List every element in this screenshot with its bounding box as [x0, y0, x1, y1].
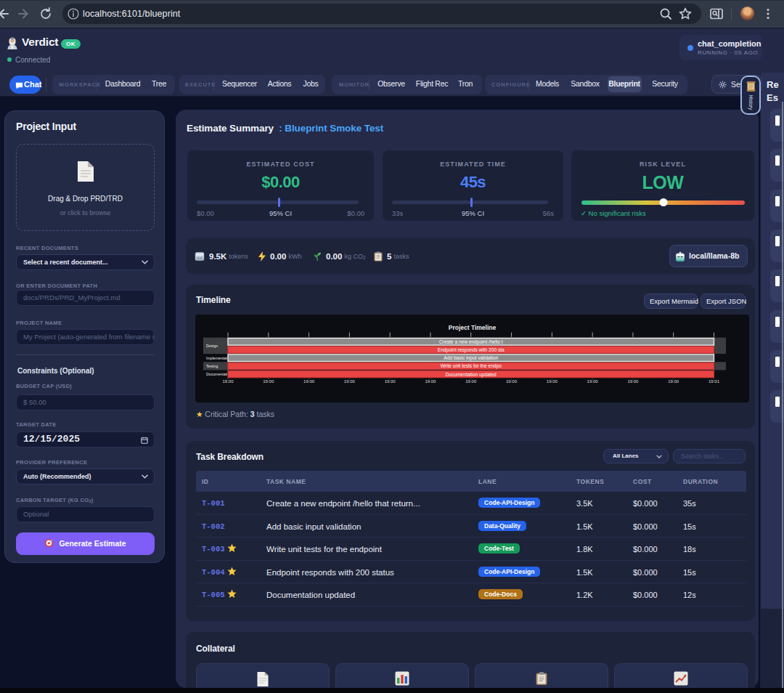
svg-text:19:00: 19:00 [627, 379, 639, 384]
svg-text:Documentation updated: Documentation updated [446, 372, 497, 378]
svg-text:Design: Design [206, 344, 218, 348]
svg-text:Create a new endpoint /hello t: Create a new endpoint /hello t [439, 339, 503, 345]
svg-text:Write unit tests for the endpo: Write unit tests for the endpo [441, 363, 502, 369]
svg-text:19:00: 19:00 [263, 379, 274, 384]
svg-text:19:00: 19:00 [465, 379, 477, 384]
svg-text:19:00: 19:00 [385, 379, 396, 384]
svg-text:19:00: 19:00 [547, 379, 558, 384]
svg-text:Endpoint responds with 200 sta: Endpoint responds with 200 sta [438, 347, 505, 353]
svg-text:19:01: 19:01 [709, 379, 720, 384]
svg-text:19:00: 19:00 [303, 379, 315, 384]
svg-text:Project Timeline: Project Timeline [449, 324, 497, 331]
svg-text:19:00: 19:00 [587, 379, 599, 384]
svg-text:19:00: 19:00 [506, 379, 518, 384]
svg-text:19:00: 19:00 [425, 379, 436, 384]
svg-text:Add basic input validation: Add basic input validation [444, 355, 498, 361]
svg-text:19:00: 19:00 [222, 379, 234, 384]
svg-text:19:00: 19:00 [344, 379, 356, 384]
svg-text:Testing: Testing [206, 364, 219, 368]
svg-text:19:00: 19:00 [668, 379, 679, 384]
